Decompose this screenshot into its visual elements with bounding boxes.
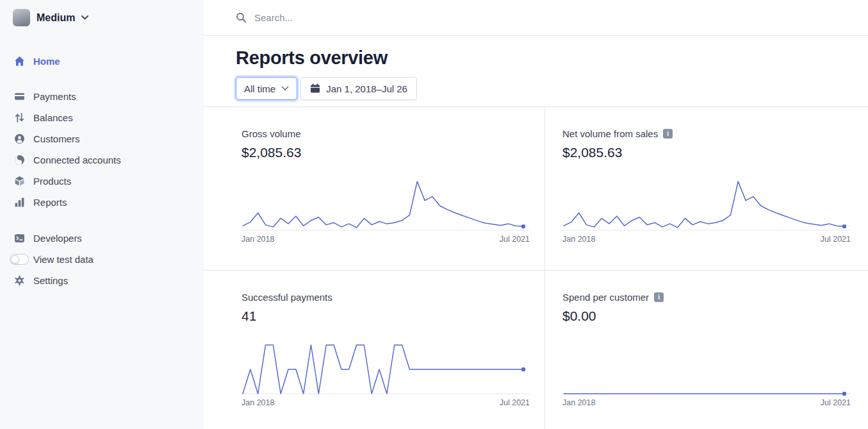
sidebar-item-label: Connected accounts [33,155,121,165]
customers-icon [14,133,25,144]
chevron-down-icon [81,15,88,20]
app-root: Medium Home Payments [0,0,868,429]
info-icon[interactable]: i [663,129,673,139]
balances-icon [14,112,25,123]
x-axis-end-label: Jul 2021 [500,398,530,407]
sidebar-nav-primary: Home [0,51,204,72]
card-title: Net volume from sales [562,128,658,139]
calendar-icon [310,83,320,94]
sidebar-item-developers[interactable]: Developers [0,228,204,249]
card-title: Gross volume [242,128,301,139]
sidebar-item-label: Reports [33,197,67,208]
sidebar-item-products[interactable]: Products [0,171,204,192]
sidebar-item-settings[interactable]: Settings [0,270,204,291]
sidebar-item-label: Developers [33,233,82,244]
sidebar-item-balances[interactable]: Balances [0,107,204,128]
sidebar: Medium Home Payments [0,0,204,429]
net-volume-chart [562,177,851,233]
info-icon[interactable]: i [654,292,664,302]
card-gross-volume: Gross volume $2,085.63 Jan 2018 Jul 2021 [204,107,545,271]
search-bar [204,0,868,36]
sidebar-item-view-test-data: View test data [0,249,204,270]
toggle-knob [11,255,19,264]
chevron-down-icon [281,86,289,91]
sidebar-item-connected-accounts[interactable]: Connected accounts [0,149,204,171]
sidebar-item-home[interactable]: Home [0,51,204,72]
card-spend-per-customer: Spend per customer i $0.00 Jan 2018 Jul … [545,271,868,429]
card-value: $2,085.63 [242,145,529,160]
search-icon [236,12,247,23]
date-range-preset-button[interactable]: All time [236,77,297,100]
date-range-label: Jan 1, 2018–Jul 26 [326,83,407,94]
card-title: Successful payments [242,292,332,303]
range-label: All time [244,83,275,94]
x-axis-start-label: Jan 2018 [242,235,274,244]
account-switcher[interactable]: Medium [0,6,204,29]
sidebar-item-label: Home [33,56,60,67]
page-header: Reports overview All time Jan 1, 2018–Ju… [204,36,868,106]
sidebar-item-label: View test data [33,254,94,265]
sidebar-nav-bottom: Developers View test data Settings [0,228,204,291]
payments-icon [14,91,25,102]
products-icon [14,176,25,187]
sidebar-item-payments[interactable]: Payments [0,86,204,107]
account-name: Medium [37,12,75,24]
sidebar-item-label: Products [33,176,71,187]
report-cards-grid: Gross volume $2,085.63 Jan 2018 Jul 2021… [204,106,868,429]
spend-per-customer-chart [562,341,851,397]
x-axis-end-label: Jul 2021 [500,235,530,244]
test-data-toggle[interactable] [10,254,29,265]
successful-payments-chart [242,341,530,397]
search-input[interactable] [253,12,522,24]
sidebar-item-label: Customers [33,133,80,144]
x-axis-start-label: Jan 2018 [242,398,274,407]
x-axis-start-label: Jan 2018 [562,398,595,407]
sidebar-item-label: Settings [33,275,68,286]
card-value: $0.00 [562,308,853,324]
developers-icon [14,233,25,244]
settings-gear-icon [14,275,25,286]
card-value: 41 [242,308,529,324]
reports-icon [14,197,25,208]
sidebar-nav-sections: Payments Balances Customers Connected ac… [0,86,204,213]
gross-volume-chart [242,177,530,233]
sidebar-item-label: Payments [33,91,76,102]
date-range-picker-button[interactable]: Jan 1, 2018–Jul 26 [300,77,417,100]
card-value: $2,085.63 [562,145,853,160]
card-successful-payments: Successful payments 41 Jan 2018 Jul 2021 [204,271,545,429]
home-icon [14,56,25,67]
page-title: Reports overview [236,47,836,68]
workspace-avatar [13,9,30,26]
card-title: Spend per customer [562,292,649,303]
connected-accounts-icon [14,155,25,165]
sidebar-item-reports[interactable]: Reports [0,192,204,213]
x-axis-start-label: Jan 2018 [562,235,595,244]
sidebar-item-customers[interactable]: Customers [0,128,204,149]
x-axis-end-label: Jul 2021 [821,235,851,244]
card-net-volume-from-sales: Net volume from sales i $2,085.63 Jan 20… [545,107,868,271]
report-filters: All time Jan 1, 2018–Jul 26 [236,77,836,100]
x-axis-end-label: Jul 2021 [821,398,851,407]
main-content: Reports overview All time Jan 1, 2018–Ju… [204,0,868,429]
sidebar-item-label: Balances [33,112,73,123]
